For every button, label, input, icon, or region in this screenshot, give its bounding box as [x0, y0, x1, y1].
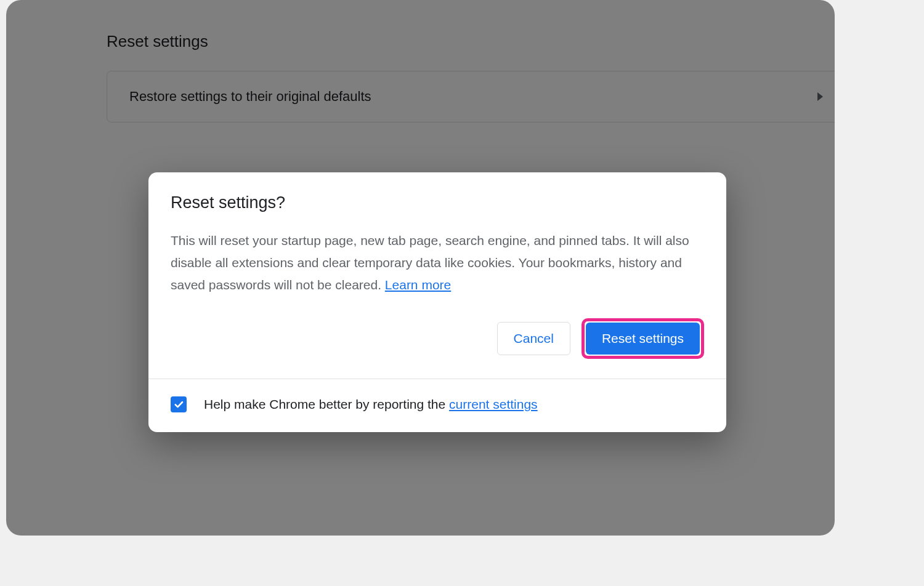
dialog-actions: Cancel Reset settings [171, 318, 704, 359]
learn-more-link[interactable]: Learn more [385, 278, 451, 292]
settings-window: Reset settings Restore settings to their… [6, 0, 835, 536]
cancel-button[interactable]: Cancel [497, 322, 570, 355]
reset-settings-dialog: Reset settings? This will reset your sta… [148, 172, 726, 432]
footer-text: Help make Chrome better by reporting the… [204, 397, 538, 412]
highlight-annotation: Reset settings [582, 318, 704, 359]
dialog-title: Reset settings? [171, 193, 704, 212]
report-settings-checkbox[interactable] [171, 396, 187, 412]
reset-settings-button[interactable]: Reset settings [586, 323, 700, 355]
current-settings-link[interactable]: current settings [449, 397, 538, 411]
dialog-footer: Help make Chrome better by reporting the… [148, 379, 726, 432]
dialog-description: This will reset your startup page, new t… [171, 230, 704, 296]
footer-text-prefix: Help make Chrome better by reporting the [204, 397, 449, 411]
dialog-body: Reset settings? This will reset your sta… [148, 172, 726, 379]
check-icon [173, 399, 184, 410]
